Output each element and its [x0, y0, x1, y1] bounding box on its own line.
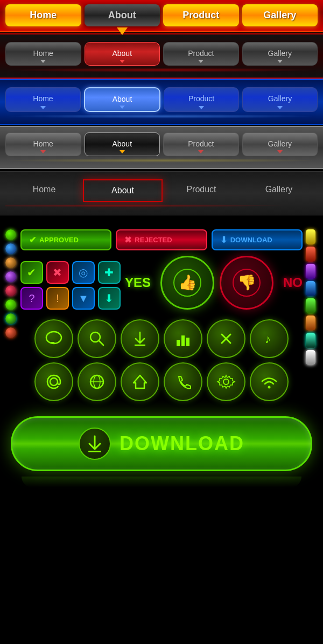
- nav5-home-btn[interactable]: Home: [5, 179, 83, 202]
- nav2-home-btn[interactable]: Home: [5, 42, 81, 66]
- right-rects-column: [306, 229, 318, 405]
- nav2-about-label: About: [112, 49, 132, 58]
- download-big-button[interactable]: DOWNLOAD: [11, 416, 312, 471]
- icon-question[interactable]: ?: [20, 287, 43, 310]
- icon-circle[interactable]: ◎: [72, 261, 95, 284]
- nav1-home-btn[interactable]: Home: [5, 4, 81, 26]
- svg-line-7: [99, 341, 103, 345]
- nav4-about-arrow: [120, 150, 125, 153]
- nav5-about-btn[interactable]: About: [83, 179, 163, 202]
- nav1-about-btn[interactable]: About: [85, 4, 160, 26]
- icon-at[interactable]: [34, 362, 73, 401]
- icon-arrow-down[interactable]: ▼: [72, 287, 95, 310]
- approved-button[interactable]: ✔ APPROVED: [20, 229, 111, 250]
- nav2-product-btn[interactable]: Product: [163, 42, 239, 66]
- nav3-product-label: Product: [188, 94, 214, 103]
- nav4-gallery-arrow: [277, 150, 283, 153]
- rejected-button[interactable]: ✖ REJECTED: [116, 229, 207, 250]
- download-big-label: DOWNLOAD: [120, 432, 244, 455]
- nav2-home-label: Home: [33, 49, 53, 58]
- nav2-glow: [5, 68, 318, 72]
- icon-globe[interactable]: [78, 362, 116, 401]
- download-small-button[interactable]: ⬇ DOWNLOAD: [212, 229, 303, 250]
- nav3-home-btn[interactable]: Home: [5, 87, 81, 112]
- left-circle-6: [5, 299, 16, 310]
- nav5-gallery-btn[interactable]: Gallery: [240, 179, 318, 202]
- icon-x[interactable]: ✖: [46, 261, 69, 284]
- nav4-product-label: Product: [188, 139, 214, 148]
- no-button[interactable]: 👎: [220, 256, 273, 310]
- nav2-home-arrow: [40, 60, 46, 63]
- at-icon: [44, 372, 64, 391]
- chat-icon: [44, 329, 64, 348]
- nav4-gallery-btn[interactable]: Gallery: [242, 132, 318, 156]
- globe-icon: [87, 372, 107, 391]
- svg-point-20: [223, 379, 229, 384]
- navbar-3-wrap: Home About Product Gallery: [0, 79, 323, 125]
- icon-panel-inner: ✔ APPROVED ✖ REJECTED ⬇ DOWNLOAD ✔ ✖: [5, 229, 318, 405]
- nav3-about-label: About: [113, 95, 132, 103]
- nav2-about-btn[interactable]: About: [85, 42, 160, 66]
- right-rect-4: [306, 281, 315, 296]
- left-circle-7: [5, 313, 16, 324]
- icon-search[interactable]: [78, 319, 116, 358]
- nav4-product-arrow: [198, 150, 203, 153]
- nav1-home-label: Home: [30, 10, 57, 20]
- svg-rect-11: [186, 338, 189, 346]
- icon-download-circle[interactable]: [121, 319, 159, 358]
- icon-panel: ✔ APPROVED ✖ REJECTED ⬇ DOWNLOAD ✔ ✖: [0, 221, 323, 496]
- icon-music[interactable]: ♪: [250, 319, 289, 358]
- nav3-about-arrow: [120, 106, 125, 109]
- yes-button[interactable]: 👍: [160, 256, 214, 310]
- big-icons-row-2: [20, 362, 303, 401]
- icon-arrow-down2[interactable]: ⬇: [98, 287, 121, 310]
- nav4-about-btn[interactable]: About: [85, 132, 160, 156]
- icon-checkmark[interactable]: ✔: [20, 261, 43, 284]
- download-big-arrow-icon: [84, 433, 106, 454]
- icon-home[interactable]: [121, 362, 159, 401]
- svg-rect-10: [181, 335, 185, 346]
- download-circle-icon: [130, 329, 150, 348]
- nav4-home-btn[interactable]: Home: [5, 132, 81, 156]
- nav1-gallery-label: Gallery: [263, 10, 296, 20]
- icon-chart[interactable]: [164, 319, 202, 358]
- nav2-gallery-btn[interactable]: Gallery: [242, 42, 318, 66]
- nav5-gallery-label: Gallery: [265, 185, 293, 194]
- right-rect-5: [306, 298, 315, 313]
- nav3-home-arrow: [40, 106, 46, 109]
- icon-gear[interactable]: [207, 362, 245, 401]
- icon-close-circle[interactable]: [207, 319, 245, 358]
- nav3-glow: [5, 114, 318, 118]
- nav5-about-label: About: [111, 186, 134, 195]
- icon-exclaim[interactable]: !: [46, 287, 69, 310]
- icon-wifi[interactable]: [250, 362, 289, 401]
- left-circle-2: [5, 243, 16, 254]
- left-circle-5: [5, 285, 16, 296]
- svg-point-4: [46, 332, 61, 344]
- download-big-icon: [79, 428, 111, 460]
- nav3-gallery-label: Gallery: [268, 94, 292, 103]
- icon-plus[interactable]: ✚: [98, 261, 121, 284]
- nav4-about-label: About: [112, 139, 132, 148]
- nav4-product-btn[interactable]: Product: [163, 132, 239, 156]
- icon-phone[interactable]: [164, 362, 202, 401]
- nav5-product-btn[interactable]: Product: [163, 179, 240, 202]
- nav3-about-btn[interactable]: About: [84, 87, 160, 112]
- nav1-product-btn[interactable]: Product: [163, 4, 239, 26]
- music-icon: ♪: [259, 329, 279, 348]
- no-hand-icon: 👎: [232, 268, 262, 298]
- icon-panel-center: ✔ APPROVED ✖ REJECTED ⬇ DOWNLOAD ✔ ✖: [20, 229, 303, 405]
- nav5-product-label: Product: [186, 185, 216, 194]
- left-circle-3: [5, 257, 16, 268]
- nav4-home-arrow: [40, 150, 46, 153]
- svg-rect-22: [88, 451, 101, 452]
- right-rect-7: [306, 333, 315, 348]
- nav3-product-btn[interactable]: Product: [164, 87, 239, 112]
- right-rect-8: [306, 350, 315, 365]
- svg-rect-9: [177, 340, 180, 346]
- right-rect-3: [306, 264, 315, 279]
- nav1-gallery-btn[interactable]: Gallery: [242, 4, 318, 26]
- nav3-gallery-btn[interactable]: Gallery: [242, 87, 318, 112]
- download-reflection: [22, 477, 301, 487]
- icon-chat[interactable]: [34, 319, 73, 358]
